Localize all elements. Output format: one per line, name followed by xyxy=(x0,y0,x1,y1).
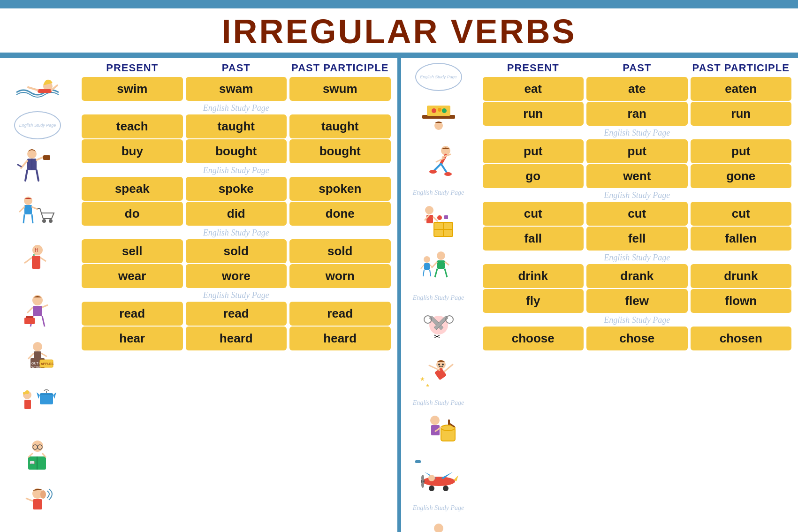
svg-line-29 xyxy=(40,258,46,261)
svg-line-76 xyxy=(441,164,447,173)
verb-cell: do xyxy=(82,202,183,226)
left-col-headers: PRESENT PAST PAST PARTICIPLE xyxy=(80,58,393,76)
svg-line-15 xyxy=(20,207,24,212)
watermark-text: English Study Page xyxy=(80,227,393,239)
watermark-text: English Study Page xyxy=(481,251,794,264)
right-header-past: PAST xyxy=(586,62,688,74)
verb-cell: fall xyxy=(483,227,584,251)
svg-point-79 xyxy=(429,170,437,174)
left-verb-section: PRESENT PAST PAST PARTICIPLE swim swam s… xyxy=(75,58,397,532)
svg-point-85 xyxy=(437,215,442,220)
svg-point-114 xyxy=(430,416,440,425)
verb-cell: flew xyxy=(586,289,688,313)
svg-point-121 xyxy=(422,477,455,486)
table-row: fall fell fallen xyxy=(481,227,794,251)
svg-line-8 xyxy=(18,165,21,167)
verb-cell: sold xyxy=(289,239,391,263)
left-verb-rows: swim swam swum English Study Page teach … xyxy=(80,77,393,351)
svg-point-129 xyxy=(434,524,443,532)
cut-illustration: ✂ xyxy=(410,305,467,350)
table-row: go went gone xyxy=(481,164,794,188)
svg-point-70 xyxy=(438,108,441,112)
svg-line-9 xyxy=(37,157,43,160)
svg-point-90 xyxy=(437,251,445,260)
right-header-present: PRESENT xyxy=(483,62,584,74)
watermark-text: English Study Page xyxy=(80,164,393,177)
verb-cell: fly xyxy=(483,289,584,313)
verb-cell: sell xyxy=(82,239,183,263)
right-verb-section: PRESENT PAST PAST PARTICIPLE eat ate eat… xyxy=(476,58,798,532)
svg-rect-126 xyxy=(415,460,421,463)
verb-cell: buy xyxy=(82,139,183,163)
choose-illustration: A ? B xyxy=(410,515,467,532)
svg-line-92 xyxy=(432,262,437,268)
watermark-go: English Study Page xyxy=(413,293,464,303)
svg-rect-97 xyxy=(424,263,430,270)
watermark-text: English Study Page xyxy=(481,314,794,327)
verb-cell: ate xyxy=(586,77,688,101)
svg-point-124 xyxy=(421,481,424,488)
svg-rect-115 xyxy=(431,425,440,435)
verb-cell: went xyxy=(586,164,688,188)
put-illustration xyxy=(410,200,467,244)
teach-illustration xyxy=(9,143,66,188)
svg-point-96 xyxy=(424,256,430,263)
table-row: hear heard heard xyxy=(80,327,393,350)
watermark-fall: English Study Page xyxy=(413,398,464,408)
content-area: English Study Page xyxy=(0,58,798,532)
verb-cell: run xyxy=(483,102,584,126)
svg-text:★: ★ xyxy=(426,383,430,388)
verb-cell: bought xyxy=(186,139,287,163)
watermark-circle-right: English Study Page xyxy=(415,63,462,91)
svg-rect-27 xyxy=(32,256,40,269)
hear-illustration xyxy=(9,481,66,526)
verb-cell: fallen xyxy=(691,227,792,251)
verb-cell: teach xyxy=(82,114,183,138)
watermark-text: English Study Page xyxy=(481,127,794,139)
verb-cell: gone xyxy=(691,164,792,188)
right-col-headers: PRESENT PAST PAST PARTICIPLE xyxy=(481,58,794,76)
drink-illustration xyxy=(410,410,467,455)
left-illustrations: English Study Page xyxy=(0,58,75,532)
svg-line-93 xyxy=(445,262,449,265)
svg-line-7 xyxy=(21,161,27,168)
speak-illustration: H E L L O xyxy=(9,240,66,284)
svg-line-18 xyxy=(32,214,33,223)
run-illustration xyxy=(410,141,467,186)
table-row: fly flew flown xyxy=(481,289,794,313)
verb-cell: hear xyxy=(82,327,183,350)
svg-line-98 xyxy=(421,265,424,269)
svg-line-12 xyxy=(37,170,38,181)
verb-cell: wear xyxy=(82,264,183,288)
watermark-text: English Study Page xyxy=(481,189,794,202)
swim-illustration xyxy=(9,63,66,107)
verb-cell: flown xyxy=(691,289,792,313)
verb-cell: swim xyxy=(82,77,183,101)
table-row: wear wore worn xyxy=(80,264,393,288)
svg-text:📖: 📖 xyxy=(30,460,35,465)
svg-text:✂: ✂ xyxy=(434,333,440,341)
svg-line-33 xyxy=(42,305,48,307)
verb-cell: choose xyxy=(483,327,584,350)
left-header-pp: PAST PARTICIPLE xyxy=(289,62,391,74)
watermark-text: English Study Page xyxy=(80,102,393,114)
verb-cell: worn xyxy=(289,264,391,288)
svg-point-107 xyxy=(438,364,440,365)
svg-line-75 xyxy=(434,164,441,171)
svg-point-71 xyxy=(442,108,447,113)
verb-cell: drink xyxy=(483,264,584,288)
fall-illustration: ★ ★ xyxy=(410,351,467,396)
svg-rect-51 xyxy=(40,393,53,404)
svg-rect-1 xyxy=(38,89,52,93)
verb-cell: chosen xyxy=(691,327,792,350)
watermark-circle-1: English Study Page xyxy=(14,111,61,139)
table-row: sell sold sold xyxy=(80,239,393,263)
svg-point-20 xyxy=(49,219,53,223)
right-illustrations-left: English Study Page xyxy=(401,58,476,532)
verb-cell: read xyxy=(289,302,391,326)
svg-point-108 xyxy=(442,364,444,365)
svg-point-81 xyxy=(425,206,433,214)
svg-point-48 xyxy=(25,390,29,394)
top-bar xyxy=(0,0,798,8)
table-row: cut cut cut xyxy=(481,202,794,226)
